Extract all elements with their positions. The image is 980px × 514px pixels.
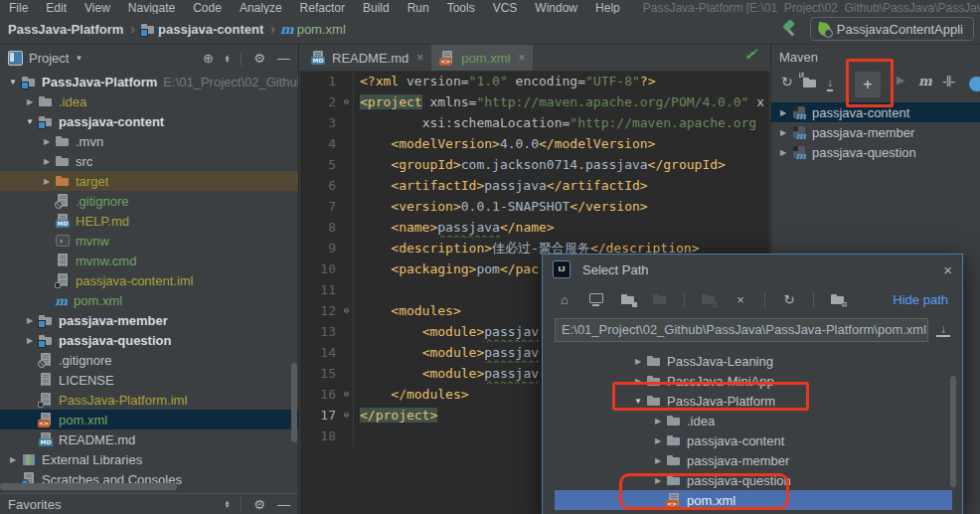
code-line[interactable]: 6 <artifactId>passjava</artifactId>	[300, 175, 769, 196]
menu-help[interactable]: Help	[586, 1, 629, 14]
chevron-expanded-icon[interactable]: ▼	[630, 397, 646, 406]
project-tree-row[interactable]: .gitignore	[0, 191, 298, 211]
project-tree-row[interactable]: PassJava-Platform.iml	[0, 390, 298, 410]
collapse-all-icon[interactable]: ▴▾	[226, 500, 230, 508]
locate-file-icon[interactable]: ⊕	[203, 51, 214, 66]
chevron-expanded-icon[interactable]: ▼	[5, 78, 21, 86]
chevron-down-icon[interactable]: ▼	[75, 54, 82, 63]
dialog-tree-row[interactable]: <>pom.xml	[555, 490, 952, 510]
maven-project-row[interactable]: ▶mpassjava-member	[771, 122, 980, 142]
chevron-collapsed-icon[interactable]: ▶	[630, 357, 646, 366]
reimport-maven-icon[interactable]: ↻	[781, 74, 793, 89]
code-line[interactable]: 7 <version>0.0.1-SNAPSHOT</version>	[300, 196, 769, 217]
add-maven-project-button[interactable]: +	[855, 72, 881, 97]
code-line[interactable]: 5 <groupId>com.jackson0714.passjava</gro…	[300, 154, 769, 175]
download-sources-icon[interactable]: ↓	[827, 74, 833, 89]
project-tree-row[interactable]: <>pom.xml	[0, 410, 298, 429]
tab-pom-xml[interactable]: <>pom.xml×	[431, 45, 533, 71]
chevron-expanded-icon[interactable]: ▼	[22, 117, 38, 126]
menu-view[interactable]: View	[76, 1, 119, 14]
refresh-icon[interactable]: ↻	[781, 291, 797, 307]
project-tree-row[interactable]: ›mvnw	[0, 231, 298, 251]
dialog-tree-row[interactable]: ▶.idea	[555, 411, 952, 430]
project-tree-row[interactable]: LICENSE	[0, 370, 298, 390]
tab-close-icon[interactable]: ×	[416, 51, 423, 65]
code-line[interactable]: 1<?xml version="1.0" encoding="UTF-8"?>	[300, 71, 769, 91]
delete-icon[interactable]: ×	[733, 291, 748, 307]
menu-tools[interactable]: Tools	[438, 1, 484, 14]
menu-run[interactable]: Run	[399, 1, 438, 14]
code-line[interactable]: 8 <name>passjava</name>	[300, 217, 769, 238]
project-tree-row[interactable]: MDREADME.md	[0, 429, 298, 449]
chevron-collapsed-icon[interactable]: ▶	[39, 137, 55, 146]
chevron-collapsed-icon[interactable]: ▶	[775, 148, 791, 157]
menu-window[interactable]: Window	[526, 1, 586, 14]
fold-marker-icon[interactable]: ⊖	[340, 91, 353, 112]
dialog-close-icon[interactable]: ×	[943, 261, 952, 278]
chevron-collapsed-icon[interactable]: ▶	[22, 97, 38, 106]
desktop-icon[interactable]	[588, 291, 604, 307]
menu-vcs[interactable]: VCS	[484, 1, 527, 14]
chevron-collapsed-icon[interactable]: ▶	[630, 377, 646, 386]
project-tree-row[interactable]: ▶.idea	[0, 91, 298, 111]
collapse-all-icon[interactable]: ▴▾	[226, 55, 230, 63]
chevron-collapsed-icon[interactable]: ▶	[22, 316, 38, 325]
fold-marker-icon[interactable]: ⊖	[340, 300, 353, 321]
run-maven-icon[interactable]: ▶	[897, 74, 904, 86]
chevron-collapsed-icon[interactable]: ▶	[775, 108, 791, 117]
chevron-collapsed-icon[interactable]: ▶	[650, 436, 666, 445]
chevron-collapsed-icon[interactable]: ▶	[650, 456, 666, 465]
execute-maven-goal-icon[interactable]: m	[918, 74, 932, 88]
hide-panel-icon[interactable]: —	[277, 497, 290, 512]
project-tree-row[interactable]: mvnw.cmd	[0, 251, 298, 270]
build-hammer-icon[interactable]	[780, 20, 800, 38]
horizontal-scrollbar[interactable]	[0, 483, 177, 490]
breadcrumb-file[interactable]: pom.xml	[297, 22, 346, 37]
settings-gear-icon[interactable]: ⚙	[253, 51, 265, 66]
project-tree-row[interactable]: ▶passjava-question	[0, 330, 298, 350]
menu-navigate[interactable]: Navigate	[119, 1, 184, 14]
menu-analyze[interactable]: Analyze	[231, 1, 291, 14]
project-tree-row[interactable]: ▶passjava-member	[0, 310, 298, 330]
project-tree-row[interactable]: ▶src	[0, 151, 298, 171]
dialog-tree-row[interactable]: ▶PassJava-Leaning	[555, 351, 952, 371]
project-tree-row[interactable]: ▶target	[0, 171, 298, 191]
fold-marker-icon[interactable]: ⊖	[340, 384, 353, 405]
chevron-collapsed-icon[interactable]: ▶	[650, 417, 666, 426]
dialog-title-bar[interactable]: IJ Select Path ×	[543, 255, 962, 284]
chevron-collapsed-icon[interactable]: ▶	[22, 336, 38, 345]
menu-edit[interactable]: Edit	[37, 1, 76, 14]
chevron-collapsed-icon[interactable]: ▶	[5, 455, 21, 464]
menu-code[interactable]: Code	[184, 1, 231, 14]
offline-mode-icon[interactable]	[969, 77, 980, 91]
breadcrumb-project[interactable]: PassJava-Platform	[8, 22, 123, 37]
menu-file[interactable]: File	[0, 1, 37, 14]
project-tree-row[interactable]: passjava-content.iml	[0, 270, 298, 290]
menu-refactor[interactable]: Refactor	[291, 1, 354, 14]
chevron-collapsed-icon[interactable]: ▶	[39, 177, 55, 186]
project-tree-row[interactable]: ▶External Libraries	[0, 449, 298, 469]
chevron-collapsed-icon[interactable]: ▶	[775, 128, 791, 137]
project-title[interactable]: Project	[29, 51, 69, 66]
tab-readme-md[interactable]: MDREADME.md×	[302, 45, 431, 71]
dialog-tree-row[interactable]: ▶passjava-content	[555, 430, 952, 450]
project-tree-row[interactable]: ▶.mvn	[0, 131, 298, 151]
project-folder-icon[interactable]	[620, 291, 636, 307]
project-tree-row[interactable]: mpom.xml	[0, 290, 298, 310]
expand-path-icon[interactable]: ↓	[936, 324, 950, 337]
code-line[interactable]: 3 xsi:schemaLocation="http://maven.apach…	[300, 112, 769, 133]
vertical-scrollbar[interactable]	[291, 363, 297, 442]
maven-project-row[interactable]: ▶mpassjava-content	[771, 102, 980, 122]
dialog-tree-row[interactable]: ▶PassJava-MiniApp	[555, 371, 952, 391]
dialog-scrollbar[interactable]	[950, 376, 956, 487]
settings-gear-icon[interactable]: ⚙	[253, 497, 265, 512]
skip-tests-icon[interactable]: -‖-	[942, 74, 954, 89]
project-tree-row[interactable]: .gitignore	[0, 350, 298, 370]
maven-title[interactable]: Maven	[779, 50, 818, 65]
favorites-title[interactable]: Favorites	[8, 497, 61, 512]
project-tree-row[interactable]: MDHELP.md	[0, 211, 298, 231]
breadcrumb-module[interactable]: passjava-content	[158, 22, 263, 37]
code-line[interactable]: 2⊖<project xmlns="http://maven.apache.or…	[300, 91, 769, 112]
hide-path-link[interactable]: Hide path	[893, 292, 948, 307]
project-tree-row[interactable]: ▼passjava-content	[0, 111, 298, 131]
